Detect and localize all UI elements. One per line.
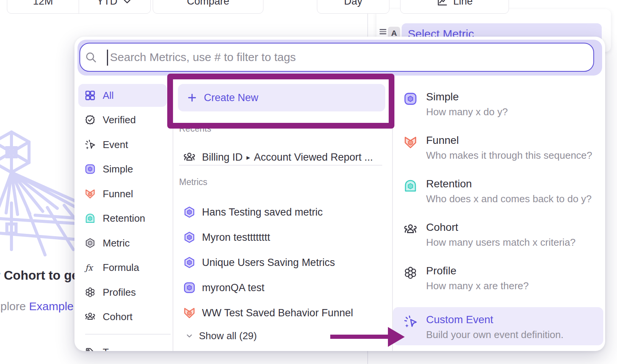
sidebar-item-retention[interactable]: Retention: [78, 207, 167, 230]
chevron-down-icon: [121, 0, 133, 7]
sidebar-item-label: Profiles: [103, 287, 136, 298]
option-title: Profile: [426, 265, 456, 277]
recent-item-name: Billing ID: [202, 151, 243, 163]
metric-hexagon-icon: [84, 237, 96, 249]
compare-button[interactable]: Compare: [153, 0, 263, 14]
drag-handle-icon[interactable]: [380, 29, 386, 34]
sidebar-item-label: T: [103, 346, 109, 351]
compare-label: Compare: [187, 0, 229, 7]
explore-prefix: xplore: [0, 300, 26, 312]
simple-icon: [403, 92, 418, 106]
option-desc: Build your own event definition.: [426, 329, 564, 341]
sidebar-item-label: Formula: [103, 262, 139, 274]
sidebar-item-formula[interactable]: ƒx Formula: [78, 256, 167, 279]
date-range-group: 12M YTD: [7, 0, 151, 14]
metric-list-item[interactable]: myronQA test: [183, 280, 265, 295]
metric-list-item[interactable]: Unique Users Saving Metrics: [183, 255, 335, 270]
line-chart-icon: [436, 0, 448, 7]
annotation-arrow-head: [388, 327, 405, 347]
metric-item-label: Unique Users Saving Metrics: [202, 257, 335, 269]
sidebar-item-label: Funnel: [103, 188, 133, 200]
metric-list-item[interactable]: WW Test Saved Behavior Funnel: [183, 305, 353, 321]
option-desc: How many users match x criteria?: [426, 237, 576, 248]
range-12m-label: 12M: [33, 0, 53, 7]
metric-hexagon-icon: [183, 256, 196, 269]
cohort-icon: [183, 151, 196, 164]
retention-icon: [403, 179, 418, 193]
sidebar-item-label: Metric: [103, 237, 130, 249]
metric-hexagon-icon: [183, 206, 196, 219]
day-granularity-button[interactable]: Day: [317, 0, 389, 14]
search-input[interactable]: [79, 43, 594, 72]
sidebar-item-funnel[interactable]: Funnel: [78, 182, 167, 205]
sidebar-item-partial[interactable]: T: [78, 341, 167, 351]
metric-list-item[interactable]: Myron testttttttt: [183, 230, 270, 245]
show-all-button[interactable]: Show all (29): [184, 328, 257, 343]
range-ytd-label: YTD: [97, 0, 118, 7]
day-label: Day: [344, 0, 362, 7]
event-cursor-icon: [84, 139, 96, 150]
recent-item[interactable]: Billing ID ▸ Account Viewed Report ...: [183, 150, 373, 165]
range-ytd-button[interactable]: YTD: [79, 0, 150, 13]
metric-item-label: WW Test Saved Behavior Funnel: [202, 307, 353, 319]
grid-icon: [84, 90, 96, 101]
line-chart-type-button[interactable]: Line: [400, 0, 509, 14]
verified-icon: [84, 114, 96, 126]
event-cursor-icon: [403, 314, 418, 329]
cohort-icon: [84, 311, 96, 322]
breadcrumb-arrow: ▸: [247, 153, 250, 162]
background-heading-fragment: r Cohort to ge: [0, 268, 79, 283]
option-title: Cohort: [426, 221, 458, 234]
metric-item-label: Myron testttttttt: [202, 232, 270, 243]
app-screen: 12M YTD Compare Day Line A Select Metric: [0, 0, 617, 364]
wireframe-illustration: [0, 127, 80, 256]
option-title: Simple: [426, 91, 459, 103]
annotation-rectangle: [167, 74, 394, 129]
simple-icon: [84, 163, 96, 175]
chevron-down-icon: [184, 331, 194, 341]
option-desc: How many x do y?: [426, 106, 508, 118]
cohort-icon: [403, 222, 418, 237]
metric-item-label: Hans Testing saved metric: [202, 206, 323, 218]
sidebar-divider: [85, 334, 171, 335]
option-desc: How many x are there?: [426, 280, 529, 292]
sidebar-item-label: Retention: [103, 213, 145, 224]
recent-item-detail: Account Viewed Report ...: [254, 151, 373, 163]
annotation-arrow: [330, 335, 389, 339]
svg-text:ƒx: ƒx: [84, 263, 94, 272]
simple-icon: [183, 281, 196, 294]
middle-divider: [179, 165, 382, 166]
background-subtext: xplore Example R: [0, 300, 85, 313]
range-12m-button[interactable]: 12M: [7, 0, 79, 13]
sidebar-item-all[interactable]: All: [78, 84, 167, 107]
option-title: Custom Event: [426, 314, 493, 326]
sidebar-item-event[interactable]: Event: [78, 133, 167, 156]
show-all-label: Show all (29): [199, 330, 257, 342]
option-desc: Who makes it through this sequence?: [426, 150, 592, 161]
sidebar-item-label: Cohort: [103, 311, 132, 323]
profiles-icon: [84, 287, 96, 298]
funnel-icon: [403, 135, 418, 150]
text-caret: [107, 50, 108, 66]
funnel-icon: [84, 188, 96, 200]
sidebar-item-metric[interactable]: Metric: [78, 232, 167, 254]
sidebar-item-simple[interactable]: Simple: [78, 158, 167, 180]
metric-list-item[interactable]: Hans Testing saved metric: [183, 205, 323, 220]
tag-icon: [84, 346, 96, 351]
retention-icon: [84, 213, 96, 224]
sidebar-item-cohort[interactable]: Cohort: [78, 305, 167, 328]
option-title: Retention: [426, 178, 472, 190]
profiles-icon: [403, 266, 418, 280]
sidebar-item-label: Verified: [103, 114, 136, 126]
sidebar-item-label: Simple: [103, 163, 133, 175]
formula-icon: ƒx: [84, 262, 96, 273]
sidebar-item-label: All: [103, 90, 114, 101]
option-desc: Who does x and comes back to do y?: [426, 193, 592, 205]
sidebar-item-label: Event: [103, 139, 128, 151]
line-label: Line: [453, 0, 473, 7]
metric-item-label: myronQA test: [202, 282, 265, 294]
sidebar-item-verified[interactable]: Verified: [78, 108, 167, 131]
sidebar-item-profiles[interactable]: Profiles: [78, 281, 167, 304]
metric-hexagon-icon: [183, 231, 196, 244]
funnel-icon: [183, 306, 196, 319]
